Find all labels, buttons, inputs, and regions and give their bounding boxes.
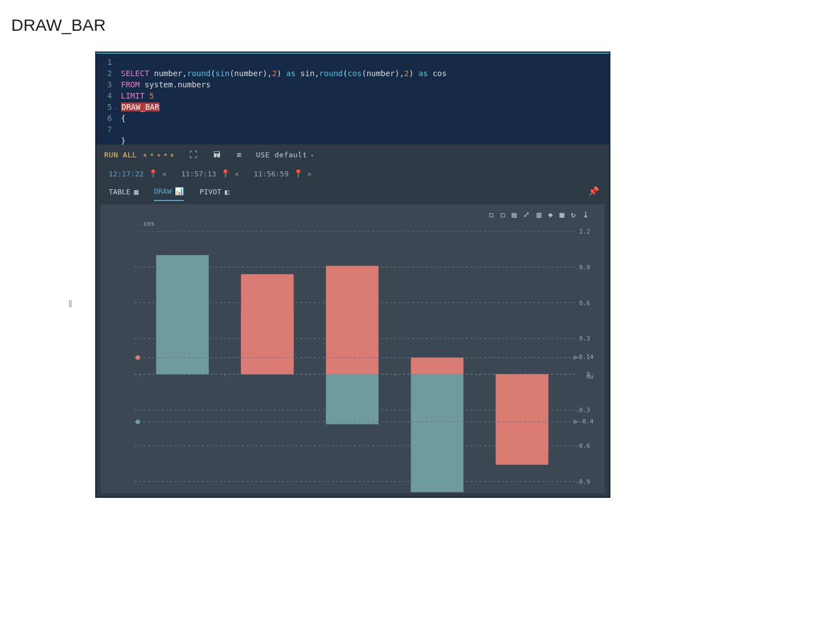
sql-editor[interactable]: 1 2 3 4 5 6 7 SELECT number,round(sin(nu… (96, 53, 609, 144)
pin-panel-icon[interactable]: 📌 (588, 186, 599, 197)
close-icon[interactable]: × (235, 170, 239, 178)
app-window: 1 2 3 4 5 6 7 SELECT number,round(sin(nu… (95, 52, 610, 498)
chart-toolbar: ◻ ◻ ▤ ⤢ ▥ ◈ ▦ ↻ ⤓ (489, 210, 589, 219)
pin-icon[interactable]: 📍 (293, 169, 303, 178)
pin-icon[interactable]: 📍 (148, 169, 158, 178)
y-tick-label: 0.9 (115, 263, 590, 270)
query-history-tabs: 12:17:22 📍 × 11:57:13 📍 × 11:56:59 📍 × (96, 165, 609, 184)
editor-toolbar: RUN ALL ⇅ + ✳ + ⇵ ⛶ 🖬 ≡ USE default▾ (96, 144, 609, 165)
y-tick-label: 0.6 (115, 299, 590, 306)
y-tick-label: 0 (115, 371, 590, 378)
database-selector[interactable]: USE default▾ (256, 151, 314, 159)
chart-tool-icon[interactable]: ◈ (548, 210, 553, 219)
query-tab[interactable]: 11:56:59 📍 × (254, 169, 311, 178)
svg-point-26 (136, 355, 140, 360)
editor-gutter: 1 2 3 4 5 6 7 (96, 57, 115, 135)
save-icon[interactable]: 🖬 (213, 150, 221, 159)
chart-tool-icon[interactable]: ⤢ (523, 210, 530, 219)
chart-plot[interactable]: 1.20.90.60.30-0.3-0.6-0.9 0.14 nu -0.4 (134, 231, 592, 493)
close-icon[interactable]: × (162, 170, 167, 178)
svg-marker-30 (573, 419, 579, 424)
close-icon[interactable]: × (307, 170, 312, 178)
chart-tool-icon[interactable]: ▤ (512, 210, 516, 219)
page-title: DRAW_BAR (0, 0, 840, 35)
chart-tool-icon[interactable]: ◻ (500, 210, 505, 219)
tab-pivot[interactable]: PIVOT◧ (199, 187, 229, 201)
run-all-button[interactable]: RUN ALL (104, 151, 137, 159)
svg-rect-24 (496, 374, 548, 465)
svg-rect-20 (326, 266, 379, 375)
tab-draw[interactable]: DRAW📊 (154, 187, 184, 201)
chart-panel: ◻ ◻ ▤ ⤢ ▥ ◈ ▦ ↻ ⤓ cos ‖ 1.20.90.60.30-0.… (101, 204, 605, 493)
result-view-tabs: TABLE▦ DRAW📊 PIVOT◧ 📌 (96, 184, 609, 201)
refresh-icon[interactable]: ↻ (571, 210, 576, 219)
fullscreen-icon[interactable]: ⛶ (189, 150, 197, 159)
y-tick-label: 0.3 (115, 335, 590, 342)
query-tab[interactable]: 11:57:13 📍 × (181, 169, 239, 178)
chart-tool-icon[interactable]: ◻ (489, 210, 493, 219)
y-tick-label: 1.2 (115, 228, 590, 235)
y-tick-label: -0.3 (115, 407, 590, 414)
pivot-icon: ◧ (225, 188, 229, 196)
chart-icon: 📊 (175, 187, 184, 195)
download-icon[interactable]: ⤓ (582, 210, 589, 219)
legend-label: cos (143, 220, 155, 227)
svg-rect-19 (326, 374, 379, 424)
svg-rect-18 (241, 274, 293, 375)
y-tick-label: -0.9 (115, 478, 590, 485)
query-tab[interactable]: 12:17:22 📍 × (109, 169, 166, 178)
chart-tool-icon[interactable]: ▦ (559, 210, 564, 219)
panel-collapse-icon[interactable]: ‖ (68, 300, 72, 307)
chart-tool-icon[interactable]: ▥ (536, 210, 541, 219)
run-options-icon[interactable]: ⇅ + ✳ + ⇵ (143, 152, 174, 158)
marker-label: 0.14 (579, 353, 594, 361)
axis-label: nu (586, 373, 594, 380)
chevron-down-icon: ▾ (311, 152, 315, 158)
svg-marker-27 (573, 355, 579, 360)
svg-rect-21 (411, 374, 464, 492)
list-icon[interactable]: ≡ (236, 150, 241, 159)
marker-label: -0.4 (579, 418, 594, 425)
tab-table[interactable]: TABLE▦ (109, 187, 138, 201)
pin-icon[interactable]: 📍 (221, 169, 230, 178)
y-tick-label: -0.6 (115, 442, 590, 449)
svg-point-29 (136, 419, 140, 424)
table-icon: ▦ (134, 188, 138, 196)
svg-rect-15 (156, 255, 209, 375)
